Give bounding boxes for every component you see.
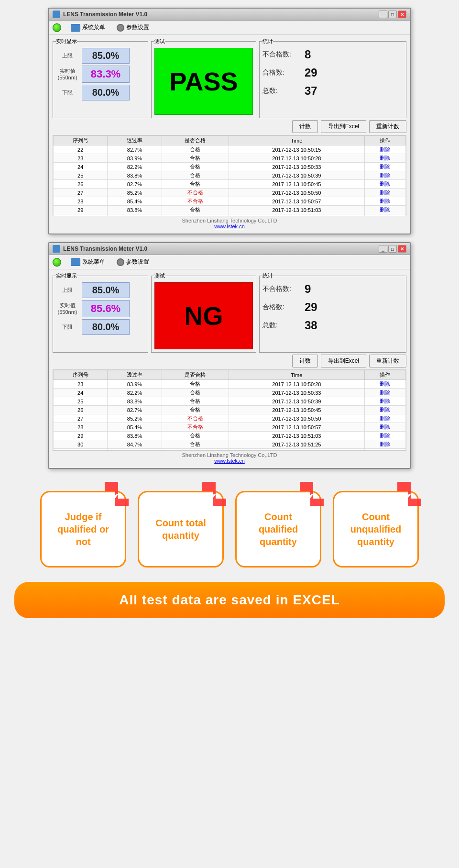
feature-card-3: ✓ Count qualified quantity [235,491,321,568]
excel-banner-text: All test data are saved in EXCEL [119,592,340,607]
reset-button-2[interactable]: 重新计数 [369,355,406,367]
maximize-button-2[interactable]: □ [388,245,397,253]
table-cell: 不合格 [162,197,229,206]
table-cell[interactable]: 删除 [364,163,405,171]
params-menu-1[interactable]: 参数设置 [115,22,151,33]
main-content-2: 实时显示 上限 85.0% 实时值 (550nm) 85.6% 下限 80.0%… [49,269,410,468]
table-cell[interactable]: 删除 [364,380,405,389]
table-container-2[interactable]: 序列号 透过率 是否合格 Time 操作 2383.9%合格2017-12-13… [53,369,406,451]
window-controls-1: _ □ ✕ [379,11,406,18]
table-body-2: 2383.9%合格2017-12-13 10:50:28删除2482.2%合格2… [54,380,406,451]
table-cell[interactable]: 删除 [364,423,405,432]
table-cell: 2017-12-13 10:50:45 [229,180,365,189]
excel-banner: All test data are saved in EXCEL [14,582,445,618]
website-2[interactable]: www.lstek.cn [214,458,245,464]
upper-row-1: 上限 85.0% [56,48,145,64]
table-cell: 27 [54,189,108,197]
params-menu-2[interactable]: 参数设置 [115,257,151,267]
table-cell: 2017-12-13 10:51:03 [229,432,365,440]
gear-icon-2 [117,258,124,266]
export-button-1[interactable]: 导出到Excel [321,120,366,133]
title-bar-left-2: LENS Transmission Meter V1.0 [53,245,147,253]
table-cell: 82.2% [108,163,162,171]
table-row: 2383.9%合格2017-12-13 10:50:28删除 [54,380,406,389]
count-button-2[interactable]: 计数 [292,355,318,367]
table-cell: 28 [54,197,108,206]
feature-card-1: ✓ Judge if qualified or not [40,491,126,568]
fail-stat-1: 不合格数: 8 [262,48,403,61]
menu-bar-2: 系统菜单 参数设置 [49,255,410,269]
footer-1: Shenzhen Linshang Technology Co,.LTD www… [53,216,406,231]
table-row: 2383.9%合格2017-12-13 10:50:28删除 [54,154,406,163]
checkmark-svg-1: ✓ [105,482,129,506]
close-button-2[interactable]: ✕ [398,245,406,253]
table-cell[interactable]: 删除 [364,406,405,414]
table-cell: 合格 [162,180,229,189]
table-row: 2682.7%合格2017-12-13 10:50:45删除 [54,406,406,414]
table-cell: 2017-12-13 10:50:39 [229,171,365,180]
table-body-1: 2282.7%合格2017-12-13 10:50:15删除2383.9%合格2… [54,145,406,217]
realtime-label-1: 实时值 (550nm) [56,67,79,81]
realtime-row-1: 实时值 (550nm) 83.3% [56,66,145,83]
buttons-row-2: 计数 导出到Excel 重新计数 [53,353,406,369]
export-button-2[interactable]: 导出到Excel [321,355,366,367]
test-result-2: NG [154,282,253,349]
table-cell[interactable]: 删除 [364,432,405,440]
table-container-1[interactable]: 序列号 透过率 是否合格 Time 操作 2282.7%合格2017-12-13… [53,135,406,216]
realtime-legend-2: 实时显示 [56,272,77,279]
system-menu-2[interactable]: 系统菜单 [69,257,107,267]
minimize-button-1[interactable]: _ [379,11,387,18]
table-cell[interactable]: 删除 [364,189,405,197]
realtime-row-2: 实时值 (550nm) 85.6% [56,300,145,317]
system-menu-icon-2 [71,258,80,266]
sections-row-2: 实时显示 上限 85.0% 实时值 (550nm) 85.6% 下限 80.0%… [53,272,406,353]
maximize-button-1[interactable]: □ [388,11,397,18]
table-cell: 23 [54,154,108,163]
realtime-section-2: 实时显示 上限 85.0% 实时值 (550nm) 85.6% 下限 80.0% [53,272,148,353]
website-1[interactable]: www.lstek.cn [214,223,245,229]
pass-label-1: 合格数: [262,68,301,77]
fail-label-2: 不合格数: [262,285,301,293]
table-cell: 合格 [162,380,229,389]
fail-value-2: 9 [305,282,311,296]
table-cell[interactable]: 删除 [364,145,405,154]
total-label-2: 总数: [262,321,301,330]
col-trans-2: 透过率 [108,370,162,380]
table-cell: 不合格 [162,414,229,423]
count-button-1[interactable]: 计数 [292,120,318,133]
table-cell: 2017-12-13 10:50:50 [229,189,365,197]
total-label-1: 总数: [262,87,301,95]
stats-legend-1: 统计 [262,38,273,45]
title-bar-2: LENS Transmission Meter V1.0 _ □ ✕ [49,243,410,255]
upper-label-2: 上限 [56,287,79,293]
realtime-label-2: 实时值 (550nm) [56,302,79,316]
table-cell[interactable]: 删除 [364,206,405,214]
table-cell[interactable]: 删除 [364,154,405,163]
minimize-button-2[interactable]: _ [379,245,387,253]
table-cell[interactable]: 删除 [364,414,405,423]
table-cell[interactable]: 删除 [364,171,405,180]
table-cell[interactable]: 删除 [364,397,405,406]
table-cell: 83.8% [108,397,162,406]
table-cell[interactable]: 删除 [364,389,405,397]
table-cell[interactable]: 删除 [364,440,405,449]
check-badge-1: ✓ [105,482,129,507]
table-cell: 85.2% [108,189,162,197]
window-2: LENS Transmission Meter V1.0 _ □ ✕ 系统菜单 … [48,242,411,469]
feature-card-text-3: Count qualified quantity [244,511,312,548]
table-row: 2282.7%合格2017-12-13 10:50:15删除 [54,145,406,154]
reset-button-1[interactable]: 重新计数 [369,120,406,133]
close-button-1[interactable]: ✕ [398,11,406,18]
footer-2: Shenzhen Linshang Technology Co,.LTD www… [53,451,406,465]
col-time-2: Time [229,370,365,380]
test-result-1: PASS [154,48,253,115]
table-cell: 2017-12-13 10:50:28 [229,380,365,389]
table-cell: 2017-12-13 10:50:28 [229,154,365,163]
system-menu-1[interactable]: 系统菜单 [69,22,107,33]
table-cell[interactable]: 删除 [364,197,405,206]
table-cell: 29 [54,206,108,214]
table-cell[interactable]: 删除 [364,180,405,189]
table-cell: 83.8% [108,432,162,440]
table-cell: 2017-12-13 10:50:57 [229,197,365,206]
app-icon-2 [53,245,60,253]
